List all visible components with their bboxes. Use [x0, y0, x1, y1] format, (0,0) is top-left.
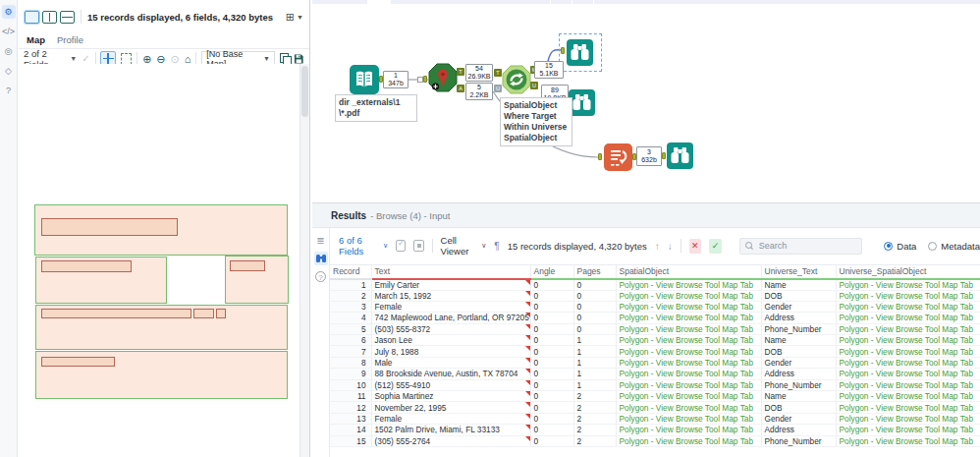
cell-pages[interactable]: 1 [573, 357, 616, 368]
cell-pages[interactable]: 2 [573, 435, 616, 446]
cell-universe_text[interactable]: Name [761, 391, 836, 402]
cell-record[interactable]: 6 [330, 335, 371, 346]
cell-angle[interactable]: 0 [530, 369, 573, 379]
cell-spatial[interactable]: Polygon - View Browse Tool Map Tab [616, 323, 761, 334]
table-row[interactable]: 5(503) 555-837200Polygon - View Browse T… [330, 323, 980, 334]
cell-record[interactable]: 12 [330, 402, 371, 413]
input-data-tool[interactable] [350, 65, 379, 98]
cell-angle[interactable]: 0 [530, 357, 573, 368]
cell-spatial[interactable]: Polygon - View Browse Tool Map Tab [616, 402, 761, 413]
zoom-out-button[interactable]: ⊖ [156, 53, 165, 65]
prev-match-button[interactable]: ↑ [655, 241, 660, 252]
browse-tool-3[interactable] [667, 143, 693, 173]
cell-pages[interactable]: 0 [573, 290, 616, 301]
radio-data[interactable] [884, 242, 893, 251]
help-icon[interactable]: ? [2, 84, 16, 97]
table-row[interactable]: 7July 8, 198801Polygon - View Browse Too… [330, 346, 980, 357]
fields-dropdown[interactable]: 6 of 6 Fields ∨ [339, 235, 388, 257]
layout-single-button[interactable] [25, 11, 39, 24]
cell-spatial[interactable]: Polygon - View Browse Tool Map Tab [616, 346, 761, 357]
zoom-selection-button[interactable]: ⊙ [171, 53, 180, 65]
cell-universe_text[interactable]: Phone_Number [761, 435, 836, 446]
cell-universe_spatial[interactable]: Polygon - View Browse Tool Map Tab [836, 346, 980, 357]
select-region-button[interactable] [121, 53, 133, 65]
cell-record[interactable]: 1 [330, 279, 371, 291]
column-header-universe_spatial[interactable]: Universe_SpatialObject [836, 265, 980, 279]
cell-record[interactable]: 2 [330, 290, 371, 301]
cell-angle[interactable]: 0 [530, 425, 573, 435]
messages-list-icon[interactable]: ≣ [316, 235, 324, 246]
tab-map[interactable]: Map [27, 34, 45, 48]
cell-angle[interactable]: 0 [530, 335, 573, 346]
cell-angle[interactable]: 0 [530, 391, 573, 402]
whitespace-toggle[interactable]: ¶ [494, 241, 499, 252]
cell-universe_spatial[interactable]: Polygon - View Browse Tool Map Tab [836, 425, 980, 435]
cell-viewer-dropdown[interactable]: Cell Viewer ∨ [441, 235, 487, 257]
cell-universe_text[interactable]: DOB [761, 402, 836, 413]
cell-pages[interactable]: 2 [573, 391, 616, 402]
cell-universe_text[interactable]: Gender [761, 301, 836, 312]
cell-record[interactable]: 14 [330, 425, 371, 435]
cell-universe_spatial[interactable]: Polygon - View Browse Tool Map Tab [836, 279, 980, 291]
cell-angle[interactable]: 0 [530, 290, 573, 301]
cell-angle[interactable]: 0 [530, 323, 573, 334]
cell-spatial[interactable]: Polygon - View Browse Tool Map Tab [616, 425, 761, 435]
cell-spatial[interactable]: Polygon - View Browse Tool Map Tab [616, 290, 761, 301]
cell-universe_text[interactable]: Address [761, 369, 836, 379]
search-input[interactable] [757, 240, 857, 252]
cell-spatial[interactable]: Polygon - View Browse Tool Map Tab [616, 335, 761, 346]
cell-universe_text[interactable]: Name [761, 279, 836, 291]
window-options-button[interactable]: ⊞▼ [286, 11, 303, 24]
cell-universe_spatial[interactable]: Polygon - View Browse Tool Map Tab [836, 301, 980, 312]
browse-tool-selected[interactable] [567, 39, 593, 70]
table-row[interactable]: 2March 15, 199200Polygon - View Browse T… [330, 290, 980, 301]
spatial-match-tool[interactable] [502, 65, 531, 98]
map-scrollbar-thumb[interactable] [301, 66, 308, 117]
cell-pages[interactable]: 1 [573, 379, 616, 390]
cell-text[interactable]: Emily Carter [371, 279, 530, 291]
cell-record[interactable]: 8 [330, 357, 371, 368]
cell-angle[interactable]: 0 [530, 413, 573, 424]
cell-text[interactable]: 742 Maplewood Lane, Portland, OR 97205 [371, 313, 530, 323]
cell-universe_spatial[interactable]: Polygon - View Browse Tool Map Tab [836, 379, 980, 390]
image-to-text-tool[interactable] [428, 63, 458, 96]
browse-tool-2[interactable] [569, 89, 595, 120]
cell-text[interactable]: Jason Lee [371, 335, 530, 346]
map-scrollbar[interactable] [299, 64, 309, 457]
cell-angle[interactable]: 0 [530, 279, 573, 291]
cell-text[interactable]: (503) 555-8372 [371, 323, 530, 334]
save-map-button[interactable] [294, 53, 304, 65]
cell-universe_text[interactable]: Gender [761, 357, 836, 368]
cell-universe_text[interactable]: Phone_Number [761, 323, 836, 334]
table-row[interactable]: 11Sophia Martinez02Polygon - View Browse… [330, 391, 980, 402]
cell-angle[interactable]: 0 [530, 346, 573, 357]
cell-text[interactable]: 88 Brookside Avenue, Austin, TX 78704 [371, 369, 530, 379]
stop-render-button[interactable] [413, 240, 423, 252]
radio-metadata[interactable] [928, 242, 937, 251]
clear-filter-button[interactable]: ✕ [689, 239, 702, 254]
table-row[interactable]: 8Male01Polygon - View Browse Tool Map Ta… [330, 357, 980, 368]
cell-text[interactable]: Male [371, 357, 530, 368]
cell-universe_text[interactable]: Gender [761, 413, 836, 424]
workflow-canvas[interactable]: T A T U M U 1347b5426.9KB52.2KB155.1KB89… [312, 0, 980, 202]
cell-record[interactable]: 15 [330, 435, 371, 446]
cell-record[interactable]: 9 [330, 369, 371, 379]
cell-text[interactable]: (512) 555-4910 [371, 379, 530, 390]
cell-record[interactable]: 3 [330, 301, 371, 312]
cell-spatial[interactable]: Polygon - View Browse Tool Map Tab [616, 413, 761, 424]
code-icon[interactable]: </> [2, 25, 16, 38]
layout-columns-button[interactable] [42, 11, 57, 24]
cell-spatial[interactable]: Polygon - View Browse Tool Map Tab [616, 435, 761, 446]
cell-spatial[interactable]: Polygon - View Browse Tool Map Tab [616, 391, 761, 402]
cell-angle[interactable]: 0 [530, 435, 573, 446]
cell-record[interactable]: 5 [330, 323, 371, 334]
cell-universe_spatial[interactable]: Polygon - View Browse Tool Map Tab [836, 290, 980, 301]
tag-icon[interactable]: ◇ [2, 64, 16, 78]
cell-record[interactable]: 4 [330, 313, 371, 323]
cell-universe_spatial[interactable]: Polygon - View Browse Tool Map Tab [836, 369, 980, 379]
cell-universe_spatial[interactable]: Polygon - View Browse Tool Map Tab [836, 357, 980, 368]
cell-pages[interactable]: 1 [573, 346, 616, 357]
cell-text[interactable]: Female [371, 301, 530, 312]
cell-universe_text[interactable]: DOB [761, 290, 836, 301]
cell-pages[interactable]: 0 [573, 323, 616, 334]
